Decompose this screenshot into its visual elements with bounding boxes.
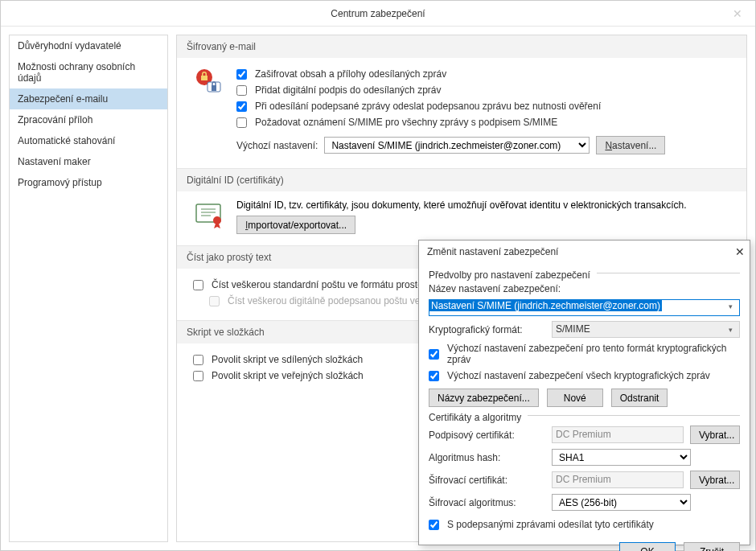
cb-script-public[interactable] (193, 371, 203, 381)
choose-encryption-cert-button[interactable]: Vybrat... (690, 471, 740, 489)
cb-script-shared-label: Povolit skript ve sdílených složkách (212, 354, 363, 365)
crypto-format-select: S/MIME ▾ (552, 321, 740, 338)
svg-point-7 (213, 216, 221, 224)
default-setting-label: Výchozí nastavení: (236, 140, 318, 151)
choose-signing-cert-button[interactable]: Vybrat... (690, 426, 740, 444)
sidebar-item-program-access[interactable]: Programový přístup (10, 172, 167, 193)
close-icon[interactable]: ✕ (719, 1, 755, 27)
certificate-icon (193, 199, 225, 232)
sidebar-item-trusted-publishers[interactable]: Důvěryhodní vydavatelé (10, 35, 167, 56)
cb-send-signed-clear[interactable] (236, 101, 247, 112)
change-security-settings-dialog: Změnit nastavení zabezpečení ✕ Předvolby… (418, 240, 750, 545)
crypto-format-label: Kryptografický formát: (429, 324, 545, 335)
cb-default-for-format-label: Výchozí nastavení zabezpečení pro tento … (447, 343, 740, 365)
sidebar-item-email-security[interactable]: Zabezpečení e-mailu (10, 88, 167, 109)
cb-encrypt-content[interactable] (236, 69, 247, 80)
cb-read-plain[interactable] (193, 280, 203, 290)
delete-button[interactable]: Odstranit (611, 389, 668, 407)
cb-read-signed-plain (209, 296, 220, 306)
section-digital-id-header: Digitální ID (certifikáty) (177, 169, 746, 191)
security-names-button[interactable]: Názvy zabezpečení... (429, 389, 539, 407)
hash-alg-select[interactable]: SHA1 (552, 449, 691, 466)
popup-title-text: Změnit nastavení zabezpečení (427, 246, 558, 257)
cb-script-shared[interactable] (193, 355, 203, 365)
trust-center-window: Centrum zabezpečení ✕ Důvěryhodní vydava… (0, 0, 756, 551)
group-certs-label: Certifikáty a algoritmy (429, 412, 521, 423)
popup-close-icon[interactable]: ✕ (735, 241, 745, 263)
cb-request-smime-receipt[interactable] (236, 117, 247, 128)
signing-cert-label: Podpisový certifikát: (429, 430, 545, 441)
cb-send-signed-clear-label: Při odesílání podepsané zprávy odeslat p… (255, 101, 601, 112)
titlebar: Centrum zabezpečení ✕ (1, 1, 755, 27)
encryption-alg-select[interactable]: AES (256-bit) (552, 494, 691, 511)
encryption-alg-label: Šifrovací algoritmus: (429, 497, 545, 508)
import-export-button[interactable]: Importovat/exportovat... (236, 216, 355, 234)
cb-default-all[interactable] (429, 371, 439, 381)
chevron-down-icon: ▾ (729, 302, 736, 310)
cb-default-all-label: Výchozí nastavení zabezpečení všech kryp… (447, 370, 710, 381)
hash-alg-label: Algoritmus hash: (429, 452, 545, 463)
cb-script-public-label: Povolit skript ve veřejných složkách (212, 370, 364, 381)
envelope-lock-icon (193, 66, 225, 98)
cb-add-signature-label: Přidat digitální podpis do odesílaných z… (255, 84, 441, 96)
cb-encrypt-content-label: Zašifrovat obsah a přílohy odesílaných z… (255, 68, 446, 80)
cancel-button[interactable]: Zrušit (684, 542, 740, 551)
cb-send-certs[interactable] (429, 520, 439, 530)
sidebar-item-auto-download[interactable]: Automatické stahování (10, 130, 167, 151)
section-encrypted-email-header: Šifrovaný e-mail (177, 35, 746, 58)
sidebar: Důvěryhodní vydavatelé Možnosti ochrany … (9, 35, 168, 542)
security-name-label: Název nastavení zabezpečení: (429, 283, 561, 294)
cb-send-certs-label: S podepsanými zprávami odesílat tyto cer… (447, 519, 654, 530)
encryption-cert-label: Šifrovací certifikát: (429, 475, 545, 486)
settings-button[interactable]: Nastavení... (596, 136, 665, 154)
cb-default-for-format[interactable] (429, 349, 439, 360)
sidebar-item-macros[interactable]: Nastavení maker (10, 151, 167, 172)
sidebar-item-attachments[interactable]: Zpracování příloh (10, 109, 167, 130)
chevron-down-icon: ▾ (729, 323, 736, 338)
svg-rect-2 (212, 85, 216, 91)
default-setting-select[interactable]: Nastavení S/MIME (jindrich.zechmeister@z… (324, 137, 590, 154)
security-name-combobox[interactable]: Nastavení S/MIME (jindrich.zechmeister@z… (429, 299, 740, 316)
window-title: Centrum zabezpečení (331, 8, 425, 19)
digital-id-text: Digitální ID, tzv. certifikáty, jsou dok… (236, 199, 730, 211)
ok-button[interactable]: OK (619, 542, 676, 551)
cb-add-signature[interactable] (236, 85, 247, 96)
group-preferences-label: Předvolby pro nastavení zabezpečení (429, 269, 590, 281)
signing-cert-field: DC Premium (552, 426, 684, 443)
sidebar-item-privacy[interactable]: Možnosti ochrany osobních údajů (10, 56, 167, 88)
popup-titlebar: Změnit nastavení zabezpečení ✕ (419, 241, 750, 263)
new-button[interactable]: Nové (547, 389, 603, 407)
encryption-cert-field: DC Premium (552, 471, 684, 488)
cb-request-smime-receipt-label: Požadovat oznámení S/MIME pro všechny zp… (255, 117, 557, 128)
